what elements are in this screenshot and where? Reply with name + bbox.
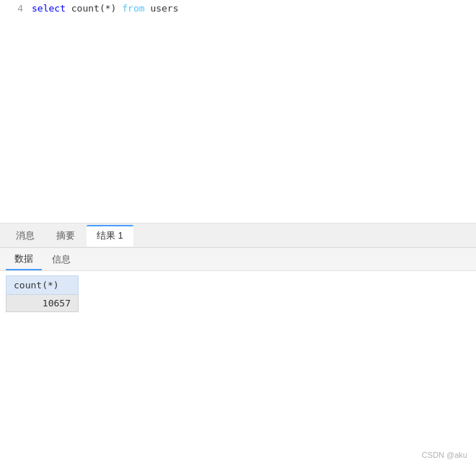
code-space3 — [145, 3, 151, 14]
tab-summary[interactable]: 摘要 — [46, 225, 85, 247]
code-line-4: 4 select count(*) from users — [0, 3, 476, 19]
func-count: count(*) — [71, 3, 117, 14]
code-content: select count(*) from users — [32, 3, 179, 14]
table-row: 10657 — [6, 295, 79, 312]
cell-count-value: 10657 — [6, 295, 79, 312]
tab-bar: 消息 摘要 结果 1 — [0, 223, 476, 248]
line-number: 4 — [6, 3, 23, 14]
table-wrapper: count(*) 10657 — [0, 271, 476, 316]
code-space2 — [116, 3, 122, 14]
sub-tab-info[interactable]: 信息 — [43, 249, 79, 270]
editor-area: 4 select count(*) from users — [0, 0, 476, 223]
tab-result1[interactable]: 结果 1 — [87, 225, 133, 247]
sub-tab-bar: 数据 信息 — [0, 248, 476, 271]
watermark: CSDN @aku — [422, 451, 467, 459]
keyword-from: from — [122, 3, 144, 14]
sub-tab-data[interactable]: 数据 — [6, 249, 42, 270]
code-space1 — [66, 3, 71, 14]
keyword-select: select — [32, 3, 66, 14]
column-header: count(*) — [6, 276, 79, 295]
bottom-container: 消息 摘要 结果 1 数据 信息 count(*) 10657 CSDN @ak… — [0, 223, 476, 465]
table-name: users — [150, 3, 178, 14]
result-table: count(*) 10657 — [6, 275, 79, 312]
tab-messages[interactable]: 消息 — [6, 225, 45, 247]
